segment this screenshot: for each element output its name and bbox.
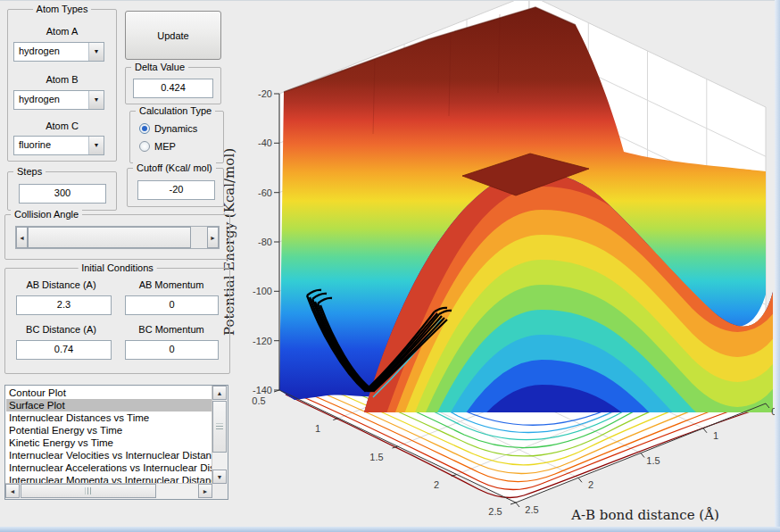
atom-b-dropdown[interactable]: hydrogen ▼	[13, 90, 104, 110]
svg-text:-40: -40	[258, 137, 272, 148]
svg-text:-60: -60	[258, 187, 272, 198]
steps-field[interactable]: 300	[19, 184, 106, 204]
bc-distance-label: BC Distance (A)	[5, 324, 117, 335]
z-tick-labels: -20 -40 -60 -80 -100 -120 -140	[253, 88, 272, 395]
svg-text:1.5: 1.5	[369, 452, 383, 462]
atom-c-dropdown-arrow-icon[interactable]: ▼	[88, 137, 104, 154]
listbox-horizontal-scrollbar[interactable]: ◄ ►	[5, 483, 212, 499]
svg-text:2: 2	[588, 479, 593, 490]
scroll-right-arrow-icon[interactable]: ►	[198, 484, 212, 498]
update-button[interactable]: Update	[125, 11, 221, 60]
radio-dynamics-icon[interactable]	[139, 123, 150, 134]
bc-distance-value: 0.74	[54, 344, 73, 354]
scroll-up-arrow-icon[interactable]: ▲	[212, 386, 227, 400]
atom-c-label: Atom C	[8, 121, 116, 131]
list-item[interactable]: Internuclear Velocities vs Internuclear …	[6, 449, 212, 461]
svg-text:-100: -100	[253, 286, 272, 296]
cutoff-title: Cutoff (Kcal/ mol)	[133, 162, 216, 174]
atom-c-dropdown[interactable]: fluorine ▼	[13, 136, 104, 155]
x-axis-label: A-B bond distance (Å)	[570, 507, 719, 523]
bc-momentum-field[interactable]: 0	[125, 340, 219, 360]
radio-mep[interactable]: MEP	[139, 139, 176, 153]
list-item[interactable]: Kinetic Energy vs Time	[6, 436, 212, 449]
vertical-scroll-thumb[interactable]	[212, 401, 227, 453]
steps-value: 300	[54, 187, 71, 198]
ab-distance-label: AB Distance (A)	[5, 279, 117, 290]
atom-a-dropdown[interactable]: hydrogen ▼	[13, 42, 104, 62]
window-border-top	[0, 0, 780, 1]
initial-conditions-group: Initial Conditions AB Distance (A) AB Mo…	[4, 268, 230, 374]
delta-value-title: Delta Value	[131, 62, 188, 73]
delta-value-field[interactable]: 0.424	[133, 79, 213, 98]
atom-types-title: Atom Types	[33, 4, 92, 15]
cutoff-value: -20	[170, 184, 184, 195]
svg-text:-140: -140	[253, 385, 272, 395]
listbox-rows: Contour Plot Surface Plot Internuclear D…	[6, 387, 212, 483]
radio-dynamics[interactable]: Dynamics	[139, 121, 197, 135]
svg-text:1: 1	[315, 423, 320, 434]
cutoff-field[interactable]: -20	[137, 180, 215, 200]
cutoff-group: Cutoff (Kcal/ mol) -20	[127, 168, 224, 207]
atom-a-value: hydrogen	[19, 46, 60, 56]
initial-conditions-title: Initial Conditions	[78, 262, 157, 274]
slider-thumb[interactable]	[28, 227, 191, 248]
list-item-selected[interactable]: Surface Plot	[6, 399, 212, 411]
atom-a-dropdown-arrow-icon[interactable]: ▼	[88, 43, 104, 61]
scrollbar-corner	[212, 484, 228, 499]
steps-group: Steps 300	[7, 171, 117, 211]
list-item[interactable]: Internuclear Distances vs Time	[6, 411, 212, 424]
scroll-down-arrow-icon[interactable]: ▼	[212, 470, 227, 484]
collision-angle-group: Collision Angle ◄ ►	[4, 214, 230, 260]
bc-distance-field[interactable]: 0.74	[16, 340, 112, 360]
ab-distance-value: 2.3	[57, 299, 71, 310]
window-border-right	[775, 0, 780, 532]
atom-types-group: Atom Types Atom A hydrogen ▼ Atom B hydr…	[7, 9, 117, 162]
svg-text:2.5: 2.5	[488, 506, 502, 517]
calculation-type-group: Calculation Type Dynamics MEP	[129, 111, 224, 163]
svg-text:-120: -120	[253, 336, 272, 346]
svg-text:2.5: 2.5	[525, 504, 538, 515]
svg-text:0.5: 0.5	[252, 395, 265, 406]
slider-left-arrow-icon[interactable]: ◄	[16, 227, 28, 248]
slider-right-arrow-icon[interactable]: ►	[207, 227, 219, 248]
ab-momentum-label: AB Momentum	[118, 279, 225, 290]
svg-text:1: 1	[713, 430, 718, 441]
bc-momentum-value: 0	[169, 344, 174, 354]
svg-text:-80: -80	[258, 237, 272, 247]
ab-momentum-value: 0	[169, 299, 174, 310]
radio-mep-icon[interactable]	[139, 141, 150, 152]
atom-a-label: Atom A	[8, 26, 116, 37]
calculation-type-title: Calculation Type	[136, 105, 215, 117]
horizontal-scroll-thumb[interactable]	[21, 484, 156, 498]
radio-dynamics-label: Dynamics	[154, 123, 197, 134]
radio-mep-label: MEP	[154, 141, 176, 152]
atom-b-label: Atom B	[8, 74, 116, 85]
atom-c-value: fluorine	[19, 139, 51, 150]
svg-text:2: 2	[434, 479, 439, 490]
delta-value: 0.424	[161, 82, 186, 93]
atom-b-value: hydrogen	[19, 94, 60, 104]
listbox-vertical-scrollbar[interactable]: ▲ ▼	[212, 386, 228, 484]
ab-momentum-field[interactable]: 0	[125, 295, 219, 315]
delta-value-group: Delta Value 0.424	[125, 67, 221, 104]
plot-type-listbox[interactable]: Contour Plot Surface Plot Internuclear D…	[4, 385, 228, 500]
application-window: -20 -40 -60 -80 -100 -120 -140 0.5 1 1.5…	[0, 0, 780, 532]
steps-title: Steps	[13, 166, 46, 178]
window-border-bottom	[0, 527, 780, 532]
list-item[interactable]: Potential Energy vs Time	[6, 424, 212, 436]
svg-text:1.5: 1.5	[646, 455, 660, 466]
list-item[interactable]: Internuclear Accelerations vs Internucle…	[6, 461, 212, 474]
collision-angle-slider[interactable]: ◄ ►	[15, 226, 220, 249]
update-button-label: Update	[157, 30, 188, 41]
ab-distance-field[interactable]: 2.3	[16, 295, 112, 315]
svg-text:-20: -20	[258, 88, 272, 99]
list-item[interactable]: Internuclear Momenta vs Internuclear Dis…	[6, 474, 212, 483]
collision-angle-title: Collision Angle	[11, 209, 82, 220]
bc-momentum-label: BC Momentum	[118, 324, 225, 335]
list-item[interactable]: Contour Plot	[6, 387, 212, 399]
atom-b-dropdown-arrow-icon[interactable]: ▼	[88, 91, 104, 109]
scroll-left-arrow-icon[interactable]: ◄	[5, 484, 20, 498]
